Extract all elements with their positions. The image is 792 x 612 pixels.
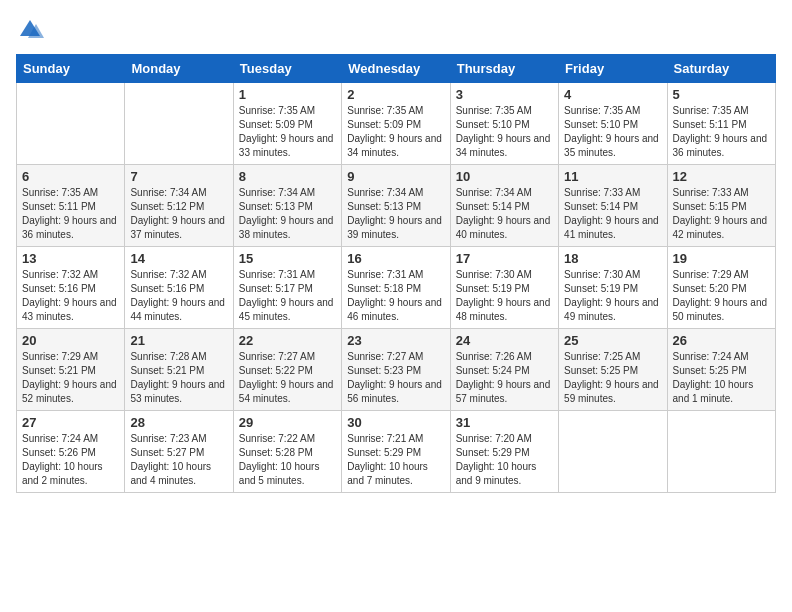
calendar-cell: 30Sunrise: 7:21 AM Sunset: 5:29 PM Dayli… bbox=[342, 411, 450, 493]
day-number: 30 bbox=[347, 415, 444, 430]
calendar-cell: 17Sunrise: 7:30 AM Sunset: 5:19 PM Dayli… bbox=[450, 247, 558, 329]
day-number: 25 bbox=[564, 333, 661, 348]
day-info: Sunrise: 7:25 AM Sunset: 5:25 PM Dayligh… bbox=[564, 350, 661, 406]
day-number: 5 bbox=[673, 87, 770, 102]
calendar-cell: 4Sunrise: 7:35 AM Sunset: 5:10 PM Daylig… bbox=[559, 83, 667, 165]
calendar-cell: 20Sunrise: 7:29 AM Sunset: 5:21 PM Dayli… bbox=[17, 329, 125, 411]
day-info: Sunrise: 7:31 AM Sunset: 5:18 PM Dayligh… bbox=[347, 268, 444, 324]
column-header-monday: Monday bbox=[125, 55, 233, 83]
calendar-cell: 21Sunrise: 7:28 AM Sunset: 5:21 PM Dayli… bbox=[125, 329, 233, 411]
day-info: Sunrise: 7:30 AM Sunset: 5:19 PM Dayligh… bbox=[564, 268, 661, 324]
calendar-cell: 1Sunrise: 7:35 AM Sunset: 5:09 PM Daylig… bbox=[233, 83, 341, 165]
day-number: 14 bbox=[130, 251, 227, 266]
calendar-cell: 26Sunrise: 7:24 AM Sunset: 5:25 PM Dayli… bbox=[667, 329, 775, 411]
calendar-cell bbox=[559, 411, 667, 493]
logo-icon bbox=[16, 16, 44, 44]
week-row-1: 1Sunrise: 7:35 AM Sunset: 5:09 PM Daylig… bbox=[17, 83, 776, 165]
page-header bbox=[16, 16, 776, 44]
header-row: SundayMondayTuesdayWednesdayThursdayFrid… bbox=[17, 55, 776, 83]
calendar-cell: 7Sunrise: 7:34 AM Sunset: 5:12 PM Daylig… bbox=[125, 165, 233, 247]
calendar-cell bbox=[125, 83, 233, 165]
column-header-tuesday: Tuesday bbox=[233, 55, 341, 83]
day-number: 27 bbox=[22, 415, 119, 430]
day-info: Sunrise: 7:33 AM Sunset: 5:14 PM Dayligh… bbox=[564, 186, 661, 242]
day-number: 17 bbox=[456, 251, 553, 266]
calendar-cell: 14Sunrise: 7:32 AM Sunset: 5:16 PM Dayli… bbox=[125, 247, 233, 329]
day-number: 7 bbox=[130, 169, 227, 184]
day-info: Sunrise: 7:27 AM Sunset: 5:23 PM Dayligh… bbox=[347, 350, 444, 406]
calendar-cell: 3Sunrise: 7:35 AM Sunset: 5:10 PM Daylig… bbox=[450, 83, 558, 165]
day-number: 22 bbox=[239, 333, 336, 348]
day-info: Sunrise: 7:23 AM Sunset: 5:27 PM Dayligh… bbox=[130, 432, 227, 488]
calendar-header: SundayMondayTuesdayWednesdayThursdayFrid… bbox=[17, 55, 776, 83]
calendar-cell bbox=[667, 411, 775, 493]
calendar-cell: 22Sunrise: 7:27 AM Sunset: 5:22 PM Dayli… bbox=[233, 329, 341, 411]
column-header-friday: Friday bbox=[559, 55, 667, 83]
day-number: 11 bbox=[564, 169, 661, 184]
day-number: 1 bbox=[239, 87, 336, 102]
column-header-saturday: Saturday bbox=[667, 55, 775, 83]
day-info: Sunrise: 7:35 AM Sunset: 5:09 PM Dayligh… bbox=[239, 104, 336, 160]
calendar-cell: 25Sunrise: 7:25 AM Sunset: 5:25 PM Dayli… bbox=[559, 329, 667, 411]
week-row-3: 13Sunrise: 7:32 AM Sunset: 5:16 PM Dayli… bbox=[17, 247, 776, 329]
day-info: Sunrise: 7:32 AM Sunset: 5:16 PM Dayligh… bbox=[22, 268, 119, 324]
day-info: Sunrise: 7:24 AM Sunset: 5:26 PM Dayligh… bbox=[22, 432, 119, 488]
calendar-cell: 15Sunrise: 7:31 AM Sunset: 5:17 PM Dayli… bbox=[233, 247, 341, 329]
calendar-body: 1Sunrise: 7:35 AM Sunset: 5:09 PM Daylig… bbox=[17, 83, 776, 493]
day-number: 31 bbox=[456, 415, 553, 430]
day-number: 10 bbox=[456, 169, 553, 184]
calendar-cell: 19Sunrise: 7:29 AM Sunset: 5:20 PM Dayli… bbox=[667, 247, 775, 329]
day-number: 6 bbox=[22, 169, 119, 184]
day-info: Sunrise: 7:26 AM Sunset: 5:24 PM Dayligh… bbox=[456, 350, 553, 406]
calendar-cell: 5Sunrise: 7:35 AM Sunset: 5:11 PM Daylig… bbox=[667, 83, 775, 165]
day-number: 3 bbox=[456, 87, 553, 102]
calendar-cell: 31Sunrise: 7:20 AM Sunset: 5:29 PM Dayli… bbox=[450, 411, 558, 493]
day-info: Sunrise: 7:35 AM Sunset: 5:09 PM Dayligh… bbox=[347, 104, 444, 160]
day-info: Sunrise: 7:34 AM Sunset: 5:13 PM Dayligh… bbox=[347, 186, 444, 242]
calendar-cell bbox=[17, 83, 125, 165]
day-number: 9 bbox=[347, 169, 444, 184]
calendar-cell: 29Sunrise: 7:22 AM Sunset: 5:28 PM Dayli… bbox=[233, 411, 341, 493]
day-number: 2 bbox=[347, 87, 444, 102]
day-number: 24 bbox=[456, 333, 553, 348]
day-info: Sunrise: 7:34 AM Sunset: 5:12 PM Dayligh… bbox=[130, 186, 227, 242]
day-info: Sunrise: 7:35 AM Sunset: 5:11 PM Dayligh… bbox=[22, 186, 119, 242]
day-number: 12 bbox=[673, 169, 770, 184]
day-info: Sunrise: 7:27 AM Sunset: 5:22 PM Dayligh… bbox=[239, 350, 336, 406]
calendar-cell: 18Sunrise: 7:30 AM Sunset: 5:19 PM Dayli… bbox=[559, 247, 667, 329]
day-number: 13 bbox=[22, 251, 119, 266]
column-header-wednesday: Wednesday bbox=[342, 55, 450, 83]
week-row-4: 20Sunrise: 7:29 AM Sunset: 5:21 PM Dayli… bbox=[17, 329, 776, 411]
calendar-cell: 16Sunrise: 7:31 AM Sunset: 5:18 PM Dayli… bbox=[342, 247, 450, 329]
day-number: 18 bbox=[564, 251, 661, 266]
day-info: Sunrise: 7:35 AM Sunset: 5:11 PM Dayligh… bbox=[673, 104, 770, 160]
column-header-thursday: Thursday bbox=[450, 55, 558, 83]
day-number: 8 bbox=[239, 169, 336, 184]
calendar-cell: 28Sunrise: 7:23 AM Sunset: 5:27 PM Dayli… bbox=[125, 411, 233, 493]
logo bbox=[16, 16, 48, 44]
calendar-cell: 8Sunrise: 7:34 AM Sunset: 5:13 PM Daylig… bbox=[233, 165, 341, 247]
calendar-table: SundayMondayTuesdayWednesdayThursdayFrid… bbox=[16, 54, 776, 493]
day-info: Sunrise: 7:34 AM Sunset: 5:14 PM Dayligh… bbox=[456, 186, 553, 242]
day-number: 26 bbox=[673, 333, 770, 348]
day-info: Sunrise: 7:32 AM Sunset: 5:16 PM Dayligh… bbox=[130, 268, 227, 324]
week-row-5: 27Sunrise: 7:24 AM Sunset: 5:26 PM Dayli… bbox=[17, 411, 776, 493]
calendar-cell: 27Sunrise: 7:24 AM Sunset: 5:26 PM Dayli… bbox=[17, 411, 125, 493]
day-info: Sunrise: 7:21 AM Sunset: 5:29 PM Dayligh… bbox=[347, 432, 444, 488]
day-number: 16 bbox=[347, 251, 444, 266]
calendar-cell: 9Sunrise: 7:34 AM Sunset: 5:13 PM Daylig… bbox=[342, 165, 450, 247]
day-info: Sunrise: 7:20 AM Sunset: 5:29 PM Dayligh… bbox=[456, 432, 553, 488]
day-number: 23 bbox=[347, 333, 444, 348]
day-info: Sunrise: 7:34 AM Sunset: 5:13 PM Dayligh… bbox=[239, 186, 336, 242]
day-info: Sunrise: 7:29 AM Sunset: 5:20 PM Dayligh… bbox=[673, 268, 770, 324]
day-info: Sunrise: 7:33 AM Sunset: 5:15 PM Dayligh… bbox=[673, 186, 770, 242]
day-number: 4 bbox=[564, 87, 661, 102]
day-number: 19 bbox=[673, 251, 770, 266]
calendar-cell: 12Sunrise: 7:33 AM Sunset: 5:15 PM Dayli… bbox=[667, 165, 775, 247]
day-info: Sunrise: 7:22 AM Sunset: 5:28 PM Dayligh… bbox=[239, 432, 336, 488]
calendar-cell: 13Sunrise: 7:32 AM Sunset: 5:16 PM Dayli… bbox=[17, 247, 125, 329]
day-info: Sunrise: 7:35 AM Sunset: 5:10 PM Dayligh… bbox=[564, 104, 661, 160]
day-number: 29 bbox=[239, 415, 336, 430]
day-info: Sunrise: 7:29 AM Sunset: 5:21 PM Dayligh… bbox=[22, 350, 119, 406]
column-header-sunday: Sunday bbox=[17, 55, 125, 83]
